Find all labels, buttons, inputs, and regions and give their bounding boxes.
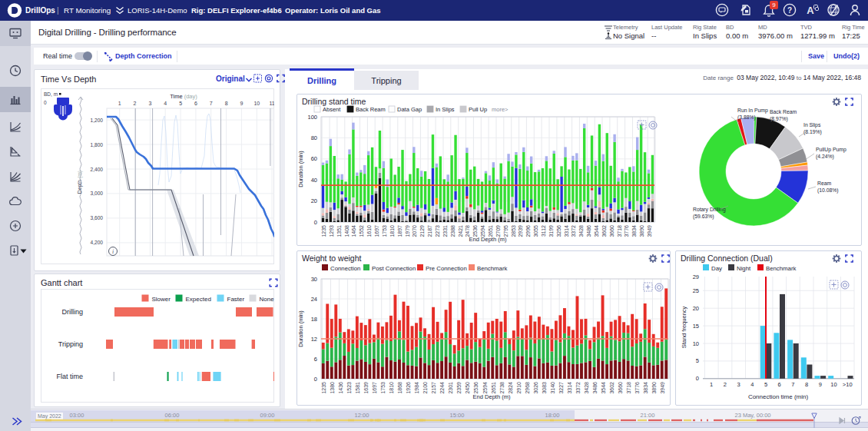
svg-text:6: 6 xyxy=(194,101,197,106)
svg-text:(8.97%): (8.97%) xyxy=(770,116,788,122)
svg-text:Benchmark: Benchmark xyxy=(477,265,508,272)
svg-text:2129: 2129 xyxy=(419,225,425,237)
svg-text:Run In Pump: Run In Pump xyxy=(737,108,768,114)
svg-text:3140: 3140 xyxy=(550,382,555,394)
svg-text:2157: 2157 xyxy=(431,382,436,394)
svg-text:1523: 1523 xyxy=(346,382,352,394)
svg-text:3112: 3112 xyxy=(541,225,546,237)
svg-text:1753: 1753 xyxy=(382,225,387,237)
svg-text:1351: 1351 xyxy=(336,225,342,237)
svg-text:Slower: Slower xyxy=(152,296,171,303)
svg-text:3949: 3949 xyxy=(647,225,652,237)
svg-text:1581: 1581 xyxy=(355,382,360,394)
svg-text:0: 0 xyxy=(314,219,317,226)
svg-text:Depth (m): Depth (m) xyxy=(77,171,83,194)
svg-text:2359: 2359 xyxy=(456,382,462,394)
svg-text:2388: 2388 xyxy=(450,225,456,237)
svg-text:1697: 1697 xyxy=(374,225,379,237)
svg-text:1979: 1979 xyxy=(405,225,410,237)
svg-text:Pre Connection: Pre Connection xyxy=(426,265,467,272)
svg-text:0: 0 xyxy=(314,376,317,383)
svg-text:None: None xyxy=(260,296,275,303)
svg-text:1984: 1984 xyxy=(414,382,419,394)
svg-text:20: 20 xyxy=(311,197,317,204)
svg-text:10: 10 xyxy=(830,381,837,388)
svg-text:1753: 1753 xyxy=(380,382,386,394)
svg-text:2273: 2273 xyxy=(435,225,440,237)
svg-text:80: 80 xyxy=(311,134,317,141)
svg-text:more>: more> xyxy=(492,106,509,113)
svg-text:4: 4 xyxy=(164,101,167,106)
svg-text:Flat time: Flat time xyxy=(56,373,83,380)
svg-text:3486: 3486 xyxy=(586,225,591,237)
svg-text:PullUp Pump: PullUp Pump xyxy=(816,147,846,153)
svg-text:Back Ream: Back Ream xyxy=(356,106,386,113)
svg-text:Drilling: Drilling xyxy=(61,308,83,316)
svg-text:3602: 3602 xyxy=(609,382,615,394)
svg-text:1897: 1897 xyxy=(397,225,403,237)
svg-text:1: 1 xyxy=(118,101,121,106)
svg-text:1639: 1639 xyxy=(363,382,369,394)
svg-text:Time (day): Time (day) xyxy=(170,93,197,100)
svg-text:1408: 1408 xyxy=(344,225,350,237)
svg-text:1464: 1464 xyxy=(351,225,356,237)
svg-text:3486: 3486 xyxy=(592,382,598,394)
svg-text:3026: 3026 xyxy=(533,382,538,394)
svg-text:2594: 2594 xyxy=(482,382,488,394)
svg-text:>10: >10 xyxy=(843,381,853,388)
svg-text:1293: 1293 xyxy=(329,225,334,237)
svg-text:1380: 1380 xyxy=(330,382,335,394)
svg-text:3256: 3256 xyxy=(556,225,562,237)
svg-text:4: 4 xyxy=(750,381,754,388)
svg-text:3602: 3602 xyxy=(601,225,607,237)
svg-text:Day: Day xyxy=(711,265,722,272)
svg-text:2651: 2651 xyxy=(491,382,496,394)
svg-text:3428: 3428 xyxy=(584,382,589,394)
svg-text:1610: 1610 xyxy=(366,225,372,237)
svg-text:?: ? xyxy=(787,6,792,15)
svg-text:8: 8 xyxy=(225,101,228,106)
svg-text:3314: 3314 xyxy=(567,382,572,394)
svg-text:3,000: 3,000 xyxy=(90,191,103,196)
svg-text:3718: 3718 xyxy=(617,225,622,237)
svg-text:9: 9 xyxy=(819,381,822,388)
svg-text:Connection time (min): Connection time (min) xyxy=(748,393,809,400)
svg-text:2: 2 xyxy=(134,101,137,106)
svg-text:2421: 2421 xyxy=(458,225,463,237)
svg-text:2: 2 xyxy=(724,381,727,388)
svg-text:1868: 1868 xyxy=(397,382,403,394)
svg-text:30: 30 xyxy=(311,276,317,283)
svg-text:Benchmark: Benchmark xyxy=(766,265,797,272)
svg-text:2738: 2738 xyxy=(499,382,505,394)
svg-text:4,200: 4,200 xyxy=(90,240,103,245)
svg-text:1235: 1235 xyxy=(321,225,326,237)
svg-text:3: 3 xyxy=(737,381,740,388)
svg-text:1697: 1697 xyxy=(372,382,377,394)
svg-text:Night: Night xyxy=(737,265,751,272)
svg-text:18: 18 xyxy=(311,316,317,323)
svg-text:2939: 2939 xyxy=(518,225,523,237)
svg-text:3,600: 3,600 xyxy=(90,215,103,220)
svg-text:Duration (min): Duration (min) xyxy=(297,151,304,187)
svg-text:2996: 2996 xyxy=(525,225,531,237)
svg-text:12: 12 xyxy=(311,336,317,343)
svg-text:0: 0 xyxy=(696,375,699,382)
svg-text:2824: 2824 xyxy=(508,382,513,394)
svg-text:Duration (min): Duration (min) xyxy=(297,310,304,347)
svg-text:Back Ream: Back Ream xyxy=(770,109,797,114)
svg-text:1926: 1926 xyxy=(406,382,411,394)
svg-text:8: 8 xyxy=(805,381,808,388)
svg-text:0: 0 xyxy=(44,100,47,105)
svg-text:3660: 3660 xyxy=(618,382,623,394)
svg-text:24: 24 xyxy=(311,296,317,303)
svg-text:2450: 2450 xyxy=(465,382,470,394)
svg-text:(3.88%): (3.88%) xyxy=(737,114,756,121)
svg-text:In Slips: In Slips xyxy=(436,106,455,113)
svg-text:6: 6 xyxy=(314,356,317,363)
svg-text:3890: 3890 xyxy=(639,225,644,237)
svg-text:1,800: 1,800 xyxy=(90,142,103,148)
svg-text:3055: 3055 xyxy=(533,225,538,237)
svg-text:End Depth (m): End Depth (m) xyxy=(469,236,507,243)
svg-text:1552: 1552 xyxy=(359,225,364,237)
svg-text:2968: 2968 xyxy=(525,382,530,394)
